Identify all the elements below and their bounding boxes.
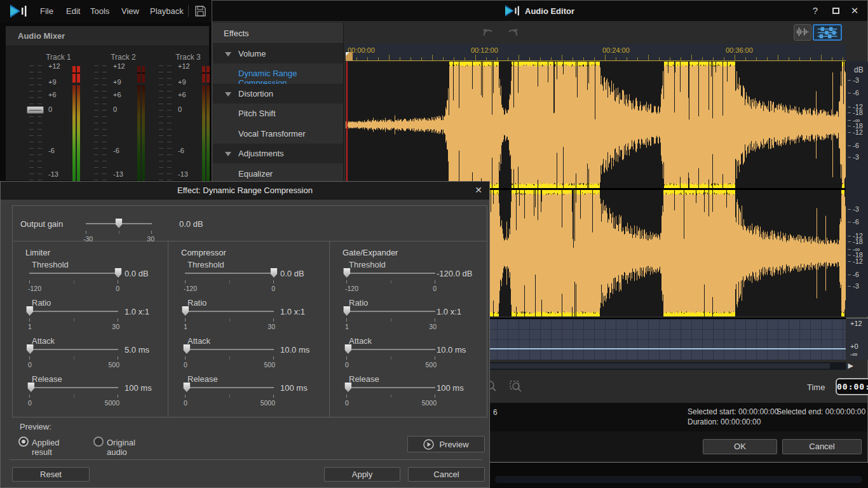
effects-group-adjustments[interactable]: Adjustments (213, 144, 343, 163)
slider-handle[interactable] (271, 268, 278, 278)
vu-meter-peak (202, 66, 210, 83)
fader-ticks (94, 65, 98, 181)
section-title: Gate/Expander (342, 248, 398, 257)
window-close-button[interactable]: ✕ (848, 1, 861, 21)
slider-handle[interactable] (27, 344, 34, 354)
fader-scale: +12+9 +60 -6-13 (113, 26, 132, 182)
menubar-separator (188, 5, 189, 17)
gate-attack: Attack 10.0 ms 0 500 (330, 335, 488, 373)
radio-original-audio[interactable] (93, 437, 104, 447)
effects-item-dynamic-range-compression[interactable]: Dynamic Range Compression (213, 64, 343, 83)
file-info-partial: 6 (493, 408, 498, 417)
slider-handle[interactable] (344, 383, 351, 392)
gate-expander-section: Gate/Expander Threshold -120.0 dB -120 0 (330, 241, 488, 417)
dialog-close-icon[interactable]: ✕ (473, 185, 484, 196)
playhead-marker[interactable] (346, 52, 353, 61)
menu-view[interactable]: View (121, 0, 139, 22)
limiter-attack: Attack 5.0 ms 0 500 (13, 335, 168, 373)
attack-slider[interactable] (29, 346, 118, 353)
attack-slider[interactable] (346, 346, 435, 353)
editor-cancel-button[interactable]: Cancel (782, 439, 862, 454)
cancel-button[interactable]: Cancel (408, 467, 485, 482)
effects-view-button[interactable] (813, 24, 842, 41)
slider-handle[interactable] (115, 268, 122, 278)
slider-handle[interactable] (116, 219, 123, 228)
dialog-title: Effect: Dynamic Range Compression (1, 186, 489, 195)
slider-handle[interactable] (183, 383, 190, 392)
output-gain-row: Output gain 0.0 dB -30 30 (13, 206, 487, 241)
threshold-slider[interactable] (346, 269, 435, 277)
redo-icon[interactable] (506, 25, 520, 39)
editor-titlebar: Audio Editor ? ✕ (212, 1, 867, 21)
limiter-section: Limiter Threshold 0.0 dB -120 0 Ratio (13, 241, 168, 417)
section-title: Limiter (25, 248, 50, 257)
background-scrollbar (495, 476, 862, 483)
slider-handle[interactable] (344, 344, 351, 354)
slider-handle[interactable] (343, 268, 350, 278)
limiter-ratio: Ratio 1.0 x:1 1 30 (13, 297, 168, 335)
fader-ticks (167, 65, 172, 181)
effects-item-pitch-shift[interactable]: Pitch Shift (213, 104, 343, 123)
effects-group-volume[interactable]: Volume (213, 44, 343, 64)
limiter-threshold: Threshold 0.0 dB -120 0 (13, 259, 168, 297)
release-slider[interactable] (346, 384, 435, 391)
preview-label: Preview: (20, 422, 51, 431)
vu-meter-peak (72, 66, 80, 83)
limiter-release: Release 100 ms 0 5000 (13, 373, 168, 411)
menu-file[interactable]: File (40, 0, 53, 22)
app-logo-icon (10, 4, 28, 18)
preview-button[interactable]: Preview (407, 436, 485, 452)
slider-handle[interactable] (183, 344, 190, 354)
waveform-view-button[interactable] (794, 24, 811, 41)
ratio-slider[interactable] (185, 308, 274, 315)
undo-icon[interactable] (481, 25, 495, 39)
slider-handle[interactable] (343, 306, 350, 316)
save-icon[interactable] (194, 5, 207, 17)
compressor-threshold: Threshold 0.0 dB -120 0 (168, 259, 329, 297)
timeline-ruler[interactable]: 00:00:00 00:12:00 00:24:00 00:36:00 (346, 44, 846, 61)
reset-button[interactable]: Reset (12, 467, 90, 482)
output-gain-value: 0.0 dB (179, 219, 203, 229)
output-gain-slider[interactable] (86, 220, 152, 227)
volume-fader-handle[interactable] (27, 106, 44, 114)
maximize-icon (832, 8, 839, 14)
effects-panel-header: Effects (213, 23, 343, 44)
slider-handle[interactable] (27, 383, 34, 392)
window-title: Audio Editor (525, 6, 574, 16)
ratio-slider[interactable] (29, 308, 118, 315)
attack-slider[interactable] (185, 346, 274, 353)
compressor-release: Release 100 ms 0 5000 (168, 373, 329, 411)
waveform-icon (794, 25, 811, 39)
threshold-slider[interactable] (185, 269, 274, 277)
selected-start-label: Selected start: 00:00:00:00 (688, 407, 778, 416)
effects-item-vocal-transformer[interactable]: Vocal Transformer (213, 124, 343, 144)
ok-button[interactable]: OK (703, 439, 777, 454)
gate-release: Release 100 ms 0 5000 (330, 373, 488, 411)
release-slider[interactable] (29, 384, 118, 391)
radio-applied-result[interactable] (18, 437, 29, 447)
time-tick-label: 00:12:00 (471, 46, 498, 54)
effects-group-distortion[interactable]: Distortion (213, 84, 343, 104)
menu-playback[interactable]: Playback (150, 0, 184, 22)
gate-threshold: Threshold -120.0 dB -120 0 (330, 259, 488, 297)
mixer-track-2: Track 2 +12+9 +60 -6-13 (93, 26, 157, 182)
slider-handle[interactable] (26, 306, 33, 316)
apply-button[interactable]: Apply (324, 467, 400, 482)
release-slider[interactable] (185, 384, 274, 391)
vu-meter (202, 85, 210, 182)
menu-edit[interactable]: Edit (66, 0, 80, 22)
fader-ticks (29, 65, 34, 181)
time-label: Time (807, 383, 825, 392)
slider-handle[interactable] (182, 306, 189, 316)
help-button[interactable]: ? (809, 1, 822, 21)
ratio-slider[interactable] (346, 308, 435, 315)
duration-label: Duration: 00:00:00:00 (688, 417, 761, 426)
menu-tools[interactable]: Tools (90, 0, 109, 22)
maximize-button[interactable] (829, 1, 842, 21)
threshold-slider[interactable] (29, 269, 118, 277)
effects-panel-title: Effects (224, 29, 249, 38)
time-display[interactable]: 00:00:00:00 (836, 378, 868, 395)
compressor-section: Compressor Threshold 0.0 dB -120 0 Rat (168, 241, 330, 417)
scroll-right-icon[interactable]: ▶ (848, 362, 853, 370)
zoom-selection-icon[interactable] (508, 379, 524, 394)
